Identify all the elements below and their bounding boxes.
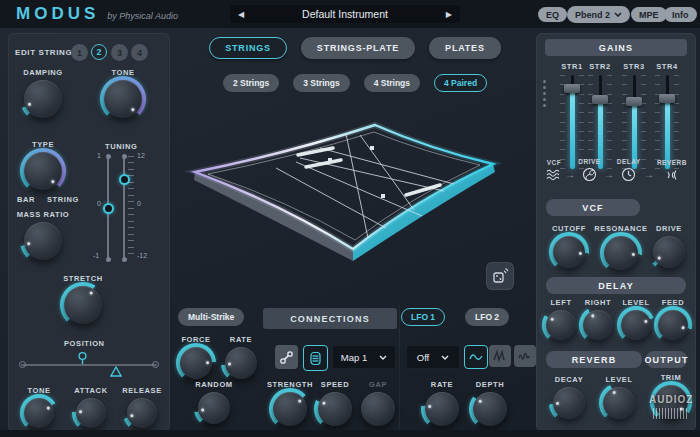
delay-right-dial[interactable]	[583, 310, 613, 340]
info-button[interactable]: Info	[664, 7, 697, 22]
strike-rate-dial[interactable]	[225, 347, 257, 379]
eq-button[interactable]: EQ	[538, 7, 567, 22]
delay-feed-knob[interactable]: FEED	[656, 298, 690, 340]
link-mode-button[interactable]	[275, 345, 298, 369]
lfo-rate-knob[interactable]: RATE	[420, 380, 464, 426]
reverb-level-dial[interactable]	[603, 387, 635, 419]
cutoff-knob[interactable]: CUTOFF	[547, 224, 591, 268]
tuning-fine-slider[interactable]	[123, 156, 125, 260]
str2-fader-thumb[interactable]	[592, 95, 608, 104]
delay-feed-dial[interactable]	[658, 310, 688, 340]
lfo-depth-knob[interactable]: DEPTH	[468, 380, 512, 426]
gain-slider-str3[interactable]: STR3	[619, 62, 649, 169]
wave-sine-button[interactable]	[464, 345, 488, 369]
random-dial[interactable]	[198, 392, 230, 424]
vcf-drive-knob[interactable]: DRIVE	[649, 224, 689, 268]
tab-lfo1[interactable]: LFO 1	[401, 308, 445, 326]
str2-fader[interactable]	[587, 75, 613, 169]
random-knob[interactable]: RANDOM	[190, 380, 238, 424]
damping-knob[interactable]: DAMPING	[21, 68, 65, 118]
type-knob[interactable]: TYPE	[21, 140, 65, 190]
wave-random-button[interactable]	[514, 345, 536, 367]
release-knob[interactable]: RELEASE	[119, 386, 165, 428]
tab-lfo2[interactable]: LFO 2	[465, 308, 509, 326]
string-plate-visualization[interactable]	[178, 98, 530, 298]
reverb-decay-dial[interactable]	[553, 387, 585, 419]
map-select[interactable]: Map 1	[332, 345, 396, 369]
cutoff-dial[interactable]	[553, 236, 585, 268]
str3-fader[interactable]	[621, 75, 647, 169]
tab-strings-plate[interactable]: STRINGS-PLATE	[301, 37, 415, 59]
str4-fader-thumb[interactable]	[659, 94, 675, 103]
env-tone-knob[interactable]: TONE	[19, 386, 59, 428]
delay-left-dial[interactable]	[546, 310, 576, 340]
force-knob[interactable]: FORCE	[175, 335, 217, 379]
str4-fader[interactable]	[654, 75, 680, 169]
tuning-coarse-thumb[interactable]	[103, 203, 114, 214]
reverb-decay-knob[interactable]: DECAY	[549, 375, 589, 419]
position-strike-marker[interactable]	[110, 366, 122, 377]
tuning-coarse-slider[interactable]	[107, 156, 109, 260]
fine-bottom-label: -12	[137, 252, 147, 259]
release-dial[interactable]	[127, 398, 157, 428]
stretch-knob[interactable]: STRETCH	[61, 274, 105, 324]
strike-rate-knob[interactable]: RATE	[220, 335, 262, 379]
delay-level-knob[interactable]: LEVEL	[618, 298, 654, 340]
damping-dial[interactable]	[24, 80, 62, 118]
strength-dial[interactable]	[273, 392, 307, 426]
mass-ratio-dial[interactable]	[24, 222, 62, 260]
force-dial[interactable]	[180, 347, 212, 379]
size-4-strings[interactable]: 4 Strings	[364, 74, 420, 92]
string-select-4[interactable]: 4	[131, 44, 148, 61]
size-2-strings[interactable]: 2 Strings	[223, 74, 279, 92]
gain-slider-str1[interactable]: STR1	[557, 62, 587, 169]
preset-prev-icon[interactable]: ◀	[230, 10, 252, 19]
str1-fader-thumb[interactable]	[564, 84, 580, 93]
mass-ratio-knob[interactable]: MASS RATIO	[19, 210, 67, 260]
string-select-3[interactable]: 3	[111, 44, 128, 61]
randomize-view-button[interactable]	[486, 262, 514, 290]
preset-name[interactable]: Default Instrument	[302, 8, 388, 20]
size-3-strings[interactable]: 3 Strings	[293, 74, 349, 92]
gains-drag-handle[interactable]	[543, 80, 546, 107]
delay-level-dial[interactable]	[621, 310, 651, 340]
speed-dial[interactable]	[318, 392, 352, 426]
delay-left-knob[interactable]: LEFT	[544, 298, 578, 340]
lfo-rate-dial[interactable]	[425, 392, 459, 426]
delay-right-knob[interactable]: RIGHT	[580, 298, 616, 340]
str1-fader[interactable]	[559, 75, 585, 169]
mpe-button[interactable]: MPE	[631, 7, 667, 22]
vcf-drive-dial[interactable]	[653, 236, 685, 268]
pbend-select[interactable]: Pbend 2	[567, 6, 630, 23]
attack-dial[interactable]	[76, 398, 106, 428]
size-4-paired[interactable]: 4 Paired	[434, 74, 487, 92]
string-select-2[interactable]: 2	[91, 44, 107, 60]
speed-knob[interactable]: SPEED	[314, 380, 356, 426]
lfo-depth-dial[interactable]	[473, 392, 507, 426]
position-slider[interactable]	[21, 364, 157, 366]
spring-mode-button[interactable]	[303, 345, 328, 371]
attack-knob[interactable]: ATTACK	[69, 386, 113, 428]
multi-strike-button[interactable]: Multi-Strike	[178, 308, 244, 326]
tab-plates[interactable]: PLATES	[429, 37, 501, 59]
lfo-target-select[interactable]: Off	[406, 345, 460, 369]
gain-slider-str4[interactable]: STR4	[652, 62, 682, 169]
env-tone-dial[interactable]	[24, 398, 54, 428]
stretch-dial[interactable]	[64, 286, 102, 324]
wave-saw-button[interactable]	[489, 345, 511, 367]
gain-slider-str2[interactable]: STR2	[585, 62, 615, 169]
tone-knob[interactable]: TONE	[101, 68, 145, 118]
type-dial[interactable]	[24, 152, 62, 190]
resonance-knob[interactable]: RESONANCE	[594, 224, 648, 270]
string-select-1[interactable]: 1	[71, 44, 88, 61]
resonance-dial[interactable]	[604, 236, 638, 270]
str3-fader-thumb[interactable]	[626, 97, 642, 106]
lfo-target-value: Off	[417, 352, 430, 363]
tab-strings[interactable]: STRINGS	[209, 37, 287, 59]
reverb-level-knob[interactable]: LEVEL	[599, 375, 639, 419]
position-pickup-marker[interactable]	[77, 351, 88, 366]
tone-dial[interactable]	[104, 80, 142, 118]
preset-selector[interactable]: ◀ Default Instrument ▶	[230, 5, 460, 23]
preset-next-icon[interactable]: ▶	[438, 10, 460, 19]
strength-knob[interactable]: STRENGTH	[266, 380, 314, 426]
